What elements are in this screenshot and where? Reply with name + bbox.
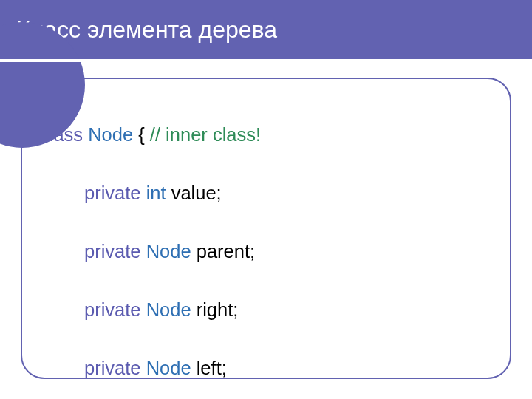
type-node: Node xyxy=(146,299,191,320)
type-node: Node xyxy=(146,241,191,262)
keyword-private: private xyxy=(84,299,141,320)
code-line: private Node right; xyxy=(40,296,492,325)
title-bar: Класс элемента дерева xyxy=(0,0,532,59)
field-right: right; xyxy=(191,299,239,320)
content-frame: class Node { // inner class! private int… xyxy=(21,78,511,379)
keyword-private: private xyxy=(84,241,141,262)
code-line: private int value; xyxy=(40,179,492,208)
type-node: Node xyxy=(88,124,133,145)
slide: Класс элемента дерева class Node { // in… xyxy=(0,0,532,399)
keyword-private: private xyxy=(84,358,141,378)
keyword-private: private xyxy=(84,183,141,203)
field-value: value; xyxy=(166,183,222,203)
comment: // inner class! xyxy=(150,124,261,145)
code-block: class Node { // inner class! private int… xyxy=(40,91,492,399)
code-line: private Node parent; xyxy=(40,237,492,267)
divider-line xyxy=(0,59,532,62)
type-node: Node xyxy=(146,358,191,378)
code-text: { xyxy=(133,124,150,145)
field-parent: parent; xyxy=(191,241,255,262)
field-left: left; xyxy=(191,358,227,378)
code-line: class Node { // inner class! xyxy=(40,120,492,150)
code-line: private Node left; xyxy=(40,354,492,383)
type-int: int xyxy=(146,183,166,203)
